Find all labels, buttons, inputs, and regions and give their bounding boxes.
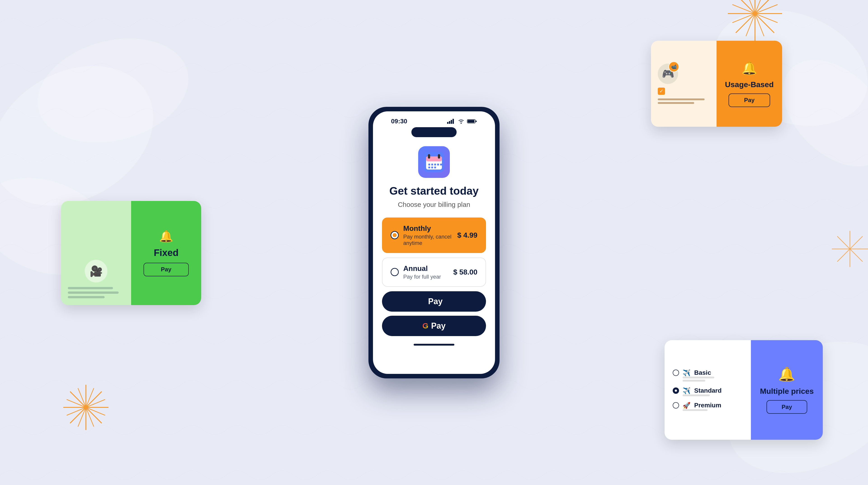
svg-rect-43	[437, 164, 439, 166]
svg-rect-30	[453, 119, 454, 124]
fixed-video-icon: 🎥	[85, 260, 107, 282]
usage-line-4	[658, 102, 694, 104]
fixed-card-title: Fixed	[154, 247, 179, 258]
svg-rect-28	[449, 121, 450, 124]
premium-icon: 🚀	[683, 402, 690, 409]
standard-option-group: ✈️ Standard	[673, 387, 743, 396]
screen-title: Get started today	[390, 185, 479, 197]
basic-radio	[673, 370, 679, 376]
svg-rect-29	[451, 120, 452, 124]
svg-rect-39	[438, 154, 440, 159]
basic-line-2	[683, 380, 705, 381]
fixed-card: 🎥 🔔 Fixed Pay	[61, 201, 201, 305]
multi-bell-icon: 🔔	[778, 366, 795, 382]
svg-point-31	[461, 122, 462, 123]
standard-option-lines	[683, 395, 743, 396]
svg-rect-42	[434, 164, 436, 166]
svg-rect-41	[431, 164, 433, 166]
usage-card-left-panel: 🎮 📹 ✓	[651, 41, 717, 127]
monthly-radio-dot	[393, 233, 397, 237]
svg-rect-33	[468, 120, 474, 123]
premium-option-group: 🚀 Premium	[673, 402, 743, 411]
svg-rect-46	[431, 167, 433, 168]
annual-plan-info: Annual Pay for full year	[403, 264, 449, 280]
multiple-prices-card: ✈️ Basic ✈️ Standard	[664, 340, 823, 440]
annual-plan-name: Annual	[403, 264, 449, 273]
svg-rect-34	[475, 121, 477, 122]
app-icon	[418, 146, 450, 178]
annual-plan-desc: Pay for full year	[403, 274, 449, 280]
basic-option-group: ✈️ Basic	[673, 369, 743, 381]
monthly-radio	[391, 231, 399, 239]
fixed-line-3	[68, 296, 105, 298]
fixed-card-right-panel: 🔔 Fixed Pay	[131, 201, 201, 305]
svg-rect-47	[434, 167, 436, 168]
monthly-plan-card[interactable]: Monthly Pay monthly, cancel anytime $ 4.…	[382, 218, 486, 253]
phone-frame: 09:30	[368, 107, 500, 378]
fixed-bell-icon: 🔔	[159, 230, 173, 243]
status-time: 09:30	[391, 118, 407, 125]
multi-card-left-panel: ✈️ Basic ✈️ Standard	[664, 340, 751, 440]
standard-icon: ✈️	[683, 387, 690, 395]
usage-based-card: 🎮 📹 ✓ 🔔 Usage-Based Pay	[651, 41, 782, 127]
fixed-line-1	[68, 287, 113, 289]
premium-option-lines	[683, 409, 743, 411]
multi-card-right-panel: 🔔 Multiple prices Pay	[751, 340, 823, 440]
monthly-plan-price: $ 4.99	[457, 231, 477, 239]
google-pay-label: Pay	[431, 321, 445, 331]
phone-screen: 09:30	[373, 111, 495, 374]
basic-icon: ✈️	[683, 369, 690, 377]
home-bar	[414, 344, 454, 346]
annual-plan-card[interactable]: Annual Pay for full year $ 58.00	[382, 258, 486, 287]
premium-radio	[673, 402, 679, 408]
screen-subtitle: Choose your billing plan	[398, 201, 470, 208]
battery-icon	[467, 119, 477, 124]
svg-rect-27	[447, 122, 448, 124]
annual-plan-price: $ 58.00	[453, 268, 477, 276]
usage-checkbox-row: ✓	[658, 88, 668, 95]
status-bar: 09:30	[382, 111, 486, 127]
svg-rect-44	[440, 164, 442, 166]
google-g-icon: G	[423, 321, 428, 330]
dynamic-island	[411, 127, 457, 137]
annual-radio	[391, 268, 399, 276]
apple-pay-button[interactable]: Pay	[382, 291, 486, 312]
premium-line-1	[683, 409, 708, 411]
premium-option-name: Premium	[694, 402, 721, 409]
basic-option-name: Basic	[694, 369, 711, 376]
monthly-plan-name: Monthly	[403, 224, 453, 233]
basic-option-row[interactable]: ✈️ Basic	[673, 369, 743, 377]
calendar-icon	[424, 152, 444, 172]
usage-checkbox: ✓	[658, 88, 665, 95]
basic-option-lines	[683, 377, 743, 381]
fixed-line-2	[68, 291, 119, 294]
status-icons	[447, 119, 477, 124]
svg-rect-38	[428, 154, 430, 159]
usage-line-3	[658, 98, 705, 100]
svg-rect-40	[428, 164, 430, 166]
usage-bell-icon: 🔔	[741, 61, 757, 76]
svg-rect-45	[428, 167, 430, 168]
apple-pay-label: Pay	[428, 297, 442, 306]
signal-icon	[447, 119, 455, 124]
usage-pay-button[interactable]: Pay	[728, 93, 770, 107]
fixed-card-lines	[68, 287, 124, 298]
usage-lines	[658, 98, 710, 104]
basic-line-1	[683, 377, 714, 378]
fixed-card-left-panel: 🎥	[61, 201, 131, 305]
google-pay-button[interactable]: G Pay	[382, 316, 486, 336]
fixed-pay-button[interactable]: Pay	[144, 263, 189, 276]
usage-icon-group: 🎮 📹	[658, 64, 678, 84]
premium-option-row[interactable]: 🚀 Premium	[673, 402, 743, 409]
phone-mockup: 09:30	[368, 107, 500, 378]
multi-pay-button[interactable]: Pay	[767, 400, 807, 414]
standard-radio	[673, 388, 679, 394]
video-badge-icon: 📹	[669, 61, 679, 72]
usage-card-right-panel: 🔔 Usage-Based Pay	[717, 41, 782, 127]
standard-option-row[interactable]: ✈️ Standard	[673, 387, 743, 395]
wifi-icon	[458, 119, 464, 124]
standard-line-1	[683, 395, 710, 396]
multi-card-title: Multiple prices	[760, 387, 814, 396]
standard-option-name: Standard	[694, 387, 721, 394]
monthly-plan-info: Monthly Pay monthly, cancel anytime	[403, 224, 453, 246]
